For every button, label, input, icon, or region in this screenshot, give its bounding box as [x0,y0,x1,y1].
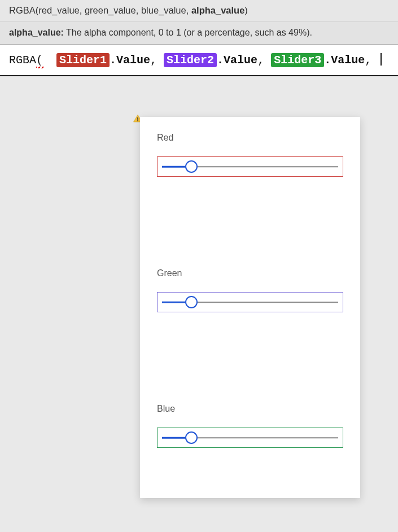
tooltip-params-prefix: red_value, green_value, blue_value, [38,5,191,15]
formula-tooltip: RGBA(red_value, green_value, blue_value,… [0,0,398,45]
slider-label-green: Green [157,268,343,278]
formula-paren-open: ( [36,54,43,67]
arg-sep-trailing: , [365,54,378,67]
slider-label-red: Red [157,133,343,143]
slider1-prop: .Value [110,54,150,67]
slider3-prop: .Value [324,54,365,67]
canvas[interactable]: Red Green Blue [0,76,398,511]
tooltip-param-label: alpha_value: [9,28,64,37]
slider2-control[interactable] [157,292,343,312]
formula-fn-name: RGBA [9,54,36,67]
slider2-reference-chip[interactable]: Slider2 [164,53,217,67]
slider-block-blue: Blue [157,404,343,448]
slider-block-green: Green [157,268,343,312]
slider-thumb[interactable] [185,160,198,173]
tooltip-param-text: The alpha component, 0 to 1 (or a percen… [64,28,312,37]
svg-rect-1 [137,120,138,121]
preview-card[interactable]: Red Green Blue [140,117,360,498]
svg-rect-0 [137,117,138,120]
slider1-control[interactable] [157,156,343,177]
formula-bar[interactable]: RGBA( Slider1.Value, Slider2.Value, Slid… [0,45,398,76]
tooltip-signature: RGBA(red_value, green_value, blue_value,… [0,0,398,22]
slider1-reference-chip[interactable]: Slider1 [56,53,110,67]
slider-block-red: Red [157,133,343,177]
error-squiggle [36,67,44,68]
text-caret [380,53,382,66]
arg-sep-1: , [150,54,164,67]
slider-label-blue: Blue [157,404,343,414]
slider2-prop: .Value [217,54,257,67]
tooltip-active-param: alpha_value [191,5,244,15]
slider-thumb[interactable] [185,431,198,444]
arg-sep-2: , [257,54,271,67]
slider3-reference-chip[interactable]: Slider3 [271,53,324,67]
tooltip-description: alpha_value: The alpha component, 0 to 1… [0,22,398,44]
slider3-control[interactable] [157,428,343,448]
tooltip-fn-name: RGBA [9,5,36,15]
slider-thumb[interactable] [185,296,198,308]
